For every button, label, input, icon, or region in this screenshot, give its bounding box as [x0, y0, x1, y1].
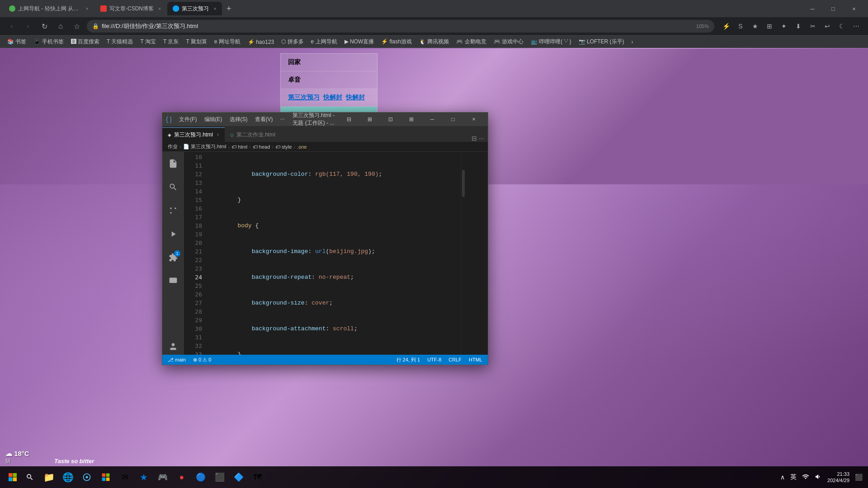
- address-input-container[interactable]: 🔒 file:///D:/胡佳怡/作业/第三次预习.html 105%: [87, 20, 714, 33]
- nav-item-zhuoyin[interactable]: 卓音: [281, 71, 377, 89]
- undo-icon[interactable]: ↩: [821, 20, 834, 33]
- vscode-minimize-btn[interactable]: ─: [422, 113, 443, 126]
- profile-icon[interactable]: S: [734, 20, 747, 33]
- taskbar-chrome[interactable]: 🔵: [192, 468, 210, 486]
- search-icon[interactable]: [165, 179, 181, 195]
- status-line-ending[interactable]: CRLF: [447, 357, 463, 362]
- vscode-tab-current[interactable]: ◈ 第三次预习.html ×: [162, 127, 225, 142]
- vscode-layout-btn2[interactable]: ⊞: [359, 113, 380, 126]
- run-icon[interactable]: [165, 226, 181, 242]
- status-position[interactable]: 行 24, 列 1: [395, 357, 422, 363]
- taskbar-settings[interactable]: [78, 468, 96, 486]
- download-icon[interactable]: ⬇: [792, 20, 805, 33]
- taskbar-wifi[interactable]: [800, 471, 811, 483]
- bc-style[interactable]: 🏷 style: [275, 144, 292, 150]
- tab1-close[interactable]: ×: [86, 6, 89, 11]
- vscode-tab-current-close[interactable]: ×: [217, 132, 219, 137]
- vscode-layout-btn3[interactable]: ⊡: [380, 113, 401, 126]
- menu-edit[interactable]: 编辑(E): [201, 116, 226, 123]
- bookmark-swdh[interactable]: e 上网导航: [307, 37, 341, 47]
- extensions-icon[interactable]: ⚡: [720, 20, 732, 33]
- taskbar-expand[interactable]: ∧: [778, 472, 787, 483]
- bookmark-tencent[interactable]: 🐧 腾讯视频: [415, 37, 453, 47]
- bookmark-flash[interactable]: ⚡ flash游戏: [377, 37, 415, 47]
- bookmark-wangzhi[interactable]: e 网址导航: [211, 37, 244, 47]
- bookmarks-button[interactable]: ☆: [71, 22, 83, 31]
- nav-link-preview[interactable]: 第三次预习: [288, 94, 320, 102]
- browser-close-button[interactable]: ×: [844, 0, 864, 17]
- dark-mode-icon[interactable]: ☾: [835, 20, 848, 33]
- bookmark-juhua[interactable]: T 聚划算: [182, 37, 210, 47]
- browser-tab-3[interactable]: 🌐 第三次预习 ×: [167, 2, 222, 15]
- back-button[interactable]: ‹: [5, 22, 18, 30]
- taskbar-app1[interactable]: ⬛: [211, 468, 229, 486]
- vscode-layout-btn4[interactable]: ⊞: [401, 113, 422, 126]
- taskbar-app3[interactable]: 🗺: [249, 468, 267, 486]
- forward-button[interactable]: ›: [22, 22, 34, 30]
- bookmark-now[interactable]: ▶ NOW直播: [341, 37, 378, 47]
- menu-view[interactable]: 查看(V): [251, 116, 277, 123]
- new-tab-button[interactable]: +: [223, 4, 235, 14]
- more-tabs-btn[interactable]: ···: [479, 135, 484, 142]
- status-errors[interactable]: ⊗ 0 ⚠ 0: [191, 357, 213, 363]
- taskbar-lang[interactable]: 英: [788, 471, 798, 483]
- bookmark-game[interactable]: 🎮 游戏中心: [490, 37, 527, 47]
- bookmark-jd[interactable]: T 京东: [160, 37, 182, 47]
- taskbar-clock[interactable]: 21:33 2024/4/29: [827, 471, 849, 484]
- taskbar-game1[interactable]: 🎮: [154, 468, 172, 486]
- bc-one[interactable]: .one: [297, 144, 307, 150]
- taskbar-mail[interactable]: ✉: [116, 468, 134, 486]
- status-git-branch[interactable]: ⎇ main: [166, 357, 188, 363]
- copilot-icon[interactable]: ✦: [778, 20, 790, 33]
- start-button[interactable]: [4, 468, 22, 486]
- code-editor[interactable]: background-color: rgb(117, 190, 190); } …: [206, 152, 461, 355]
- menu-file[interactable]: 文件(F): [175, 116, 200, 123]
- bc-file[interactable]: 📄 第三次预习.html: [183, 143, 226, 150]
- explorer-icon[interactable]: [165, 155, 181, 172]
- nav-link-quick2[interactable]: 快解封: [346, 94, 365, 102]
- bookmark-lofter[interactable]: 📷 LOFTER (乐乎): [575, 37, 628, 47]
- extensions-icon[interactable]: 1: [165, 249, 181, 266]
- vscode-layout-btn[interactable]: ⊟: [339, 113, 359, 126]
- nav-item-preview[interactable]: 第三次预习 快解封 快解封: [281, 89, 377, 107]
- taskbar-todo[interactable]: ★: [135, 468, 153, 486]
- taskbar-search-button[interactable]: [22, 469, 38, 485]
- bookmark-hao123[interactable]: ⚡ hao123: [244, 38, 278, 46]
- taskbar-game2[interactable]: ●: [173, 468, 191, 486]
- split-editor-btn[interactable]: ⊟: [472, 135, 477, 142]
- collections-icon[interactable]: ⊞: [763, 20, 776, 33]
- home-button[interactable]: ⌂: [54, 22, 67, 30]
- refresh-button[interactable]: ↻: [38, 22, 51, 31]
- bookmark-taobao[interactable]: T 淘宝: [137, 37, 159, 47]
- menu-more[interactable]: ···: [277, 116, 288, 123]
- taskbar-notification[interactable]: ⬛: [853, 472, 864, 483]
- nav-item-home[interactable]: 回家: [281, 54, 377, 71]
- account-icon[interactable]: [165, 338, 181, 355]
- status-language[interactable]: HTML: [467, 357, 484, 362]
- taskbar-edge[interactable]: 🌐: [59, 468, 77, 486]
- tab3-close[interactable]: ×: [213, 6, 216, 11]
- taskbar-volume[interactable]: [813, 471, 824, 483]
- status-encoding[interactable]: UTF-8: [425, 357, 443, 362]
- browser-tab-1[interactable]: 上网导航 - 轻快上网 从这里开始 ×: [4, 2, 94, 15]
- minimap-thumb[interactable]: [462, 170, 465, 197]
- taskbar-store[interactable]: [97, 468, 115, 486]
- vscode-maximize-btn[interactable]: □: [443, 113, 463, 126]
- taskbar-fileexplorer[interactable]: 📁: [40, 468, 58, 486]
- bookmark-tmall[interactable]: T 天猫精选: [103, 37, 137, 47]
- menu-select[interactable]: 选择(S): [226, 116, 251, 123]
- bookmark-bookmarks[interactable]: 📚 书签: [4, 37, 30, 47]
- bc-html[interactable]: 🏷 html: [231, 144, 247, 150]
- tab2-close[interactable]: ×: [158, 6, 161, 11]
- bookmark-more[interactable]: ›: [628, 38, 637, 46]
- bookmark-mobile[interactable]: 📱 手机书签: [30, 37, 67, 47]
- browser-minimize-button[interactable]: ─: [802, 0, 823, 17]
- taskbar-app2[interactable]: 🔷: [230, 468, 248, 486]
- scissors-icon[interactable]: ✂: [807, 20, 819, 33]
- git-icon[interactable]: [165, 202, 181, 219]
- bookmark-pdd[interactable]: ⬡ 拼多多: [278, 37, 307, 47]
- browser-maximize-button[interactable]: □: [823, 0, 844, 17]
- bc-workspace[interactable]: 作业: [168, 143, 178, 150]
- bookmark-penguin[interactable]: 🎮 企鹅电竞: [453, 37, 490, 47]
- nav-link-quick1[interactable]: 快解封: [323, 94, 342, 102]
